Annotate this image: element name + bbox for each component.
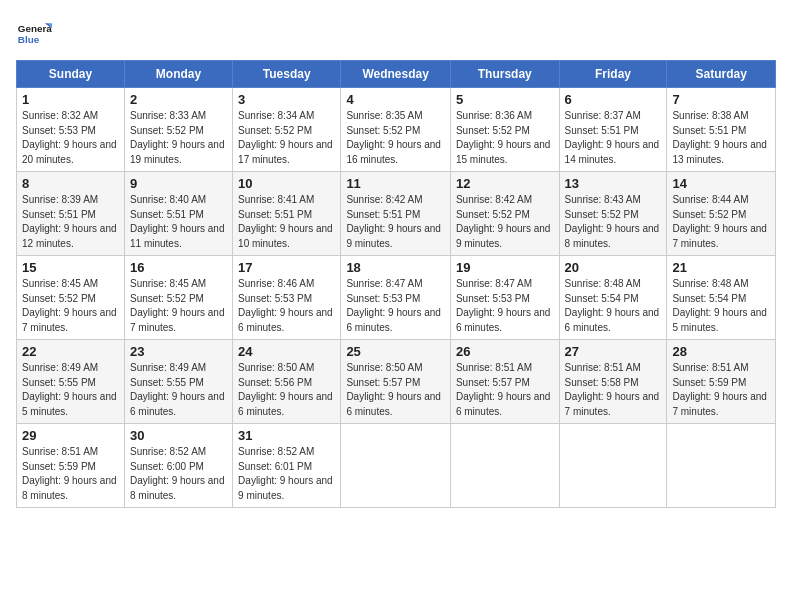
day-info: Sunrise: 8:43 AMSunset: 5:52 PMDaylight:… (565, 193, 662, 251)
calendar-day-20: 20Sunrise: 8:48 AMSunset: 5:54 PMDayligh… (559, 256, 667, 340)
calendar-header: SundayMondayTuesdayWednesdayThursdayFrid… (17, 61, 776, 88)
calendar-day-10: 10Sunrise: 8:41 AMSunset: 5:51 PMDayligh… (233, 172, 341, 256)
calendar-day-15: 15Sunrise: 8:45 AMSunset: 5:52 PMDayligh… (17, 256, 125, 340)
calendar-day-29: 29Sunrise: 8:51 AMSunset: 5:59 PMDayligh… (17, 424, 125, 508)
day-info: Sunrise: 8:48 AMSunset: 5:54 PMDaylight:… (672, 277, 770, 335)
calendar-week-5: 29Sunrise: 8:51 AMSunset: 5:59 PMDayligh… (17, 424, 776, 508)
day-number: 31 (238, 428, 335, 443)
calendar-day-30: 30Sunrise: 8:52 AMSunset: 6:00 PMDayligh… (124, 424, 232, 508)
calendar-day-18: 18Sunrise: 8:47 AMSunset: 5:53 PMDayligh… (341, 256, 451, 340)
day-number: 18 (346, 260, 445, 275)
header: General Blue (16, 16, 776, 52)
day-number: 22 (22, 344, 119, 359)
day-number: 20 (565, 260, 662, 275)
calendar-day-5: 5Sunrise: 8:36 AMSunset: 5:52 PMDaylight… (450, 88, 559, 172)
empty-cell (559, 424, 667, 508)
calendar-day-13: 13Sunrise: 8:43 AMSunset: 5:52 PMDayligh… (559, 172, 667, 256)
day-info: Sunrise: 8:37 AMSunset: 5:51 PMDaylight:… (565, 109, 662, 167)
day-info: Sunrise: 8:52 AMSunset: 6:01 PMDaylight:… (238, 445, 335, 503)
day-number: 16 (130, 260, 227, 275)
day-info: Sunrise: 8:47 AMSunset: 5:53 PMDaylight:… (346, 277, 445, 335)
day-number: 24 (238, 344, 335, 359)
day-number: 7 (672, 92, 770, 107)
calendar-day-1: 1Sunrise: 8:32 AMSunset: 5:53 PMDaylight… (17, 88, 125, 172)
day-number: 15 (22, 260, 119, 275)
day-number: 2 (130, 92, 227, 107)
day-number: 25 (346, 344, 445, 359)
day-number: 5 (456, 92, 554, 107)
calendar-day-17: 17Sunrise: 8:46 AMSunset: 5:53 PMDayligh… (233, 256, 341, 340)
day-number: 30 (130, 428, 227, 443)
calendar-day-2: 2Sunrise: 8:33 AMSunset: 5:52 PMDaylight… (124, 88, 232, 172)
day-number: 4 (346, 92, 445, 107)
day-info: Sunrise: 8:42 AMSunset: 5:52 PMDaylight:… (456, 193, 554, 251)
calendar-day-11: 11Sunrise: 8:42 AMSunset: 5:51 PMDayligh… (341, 172, 451, 256)
day-info: Sunrise: 8:51 AMSunset: 5:58 PMDaylight:… (565, 361, 662, 419)
day-info: Sunrise: 8:47 AMSunset: 5:53 PMDaylight:… (456, 277, 554, 335)
day-number: 3 (238, 92, 335, 107)
day-number: 10 (238, 176, 335, 191)
day-info: Sunrise: 8:49 AMSunset: 5:55 PMDaylight:… (22, 361, 119, 419)
day-number: 23 (130, 344, 227, 359)
day-info: Sunrise: 8:46 AMSunset: 5:53 PMDaylight:… (238, 277, 335, 335)
day-info: Sunrise: 8:36 AMSunset: 5:52 PMDaylight:… (456, 109, 554, 167)
calendar-day-25: 25Sunrise: 8:50 AMSunset: 5:57 PMDayligh… (341, 340, 451, 424)
day-info: Sunrise: 8:51 AMSunset: 5:59 PMDaylight:… (672, 361, 770, 419)
calendar-day-14: 14Sunrise: 8:44 AMSunset: 5:52 PMDayligh… (667, 172, 776, 256)
calendar-table: SundayMondayTuesdayWednesdayThursdayFrid… (16, 60, 776, 508)
day-number: 17 (238, 260, 335, 275)
weekday-header-tuesday: Tuesday (233, 61, 341, 88)
calendar-day-4: 4Sunrise: 8:35 AMSunset: 5:52 PMDaylight… (341, 88, 451, 172)
weekday-header-friday: Friday (559, 61, 667, 88)
empty-cell (667, 424, 776, 508)
empty-cell (450, 424, 559, 508)
calendar-day-23: 23Sunrise: 8:49 AMSunset: 5:55 PMDayligh… (124, 340, 232, 424)
day-info: Sunrise: 8:51 AMSunset: 5:59 PMDaylight:… (22, 445, 119, 503)
day-info: Sunrise: 8:42 AMSunset: 5:51 PMDaylight:… (346, 193, 445, 251)
calendar-day-24: 24Sunrise: 8:50 AMSunset: 5:56 PMDayligh… (233, 340, 341, 424)
calendar-week-2: 8Sunrise: 8:39 AMSunset: 5:51 PMDaylight… (17, 172, 776, 256)
day-info: Sunrise: 8:34 AMSunset: 5:52 PMDaylight:… (238, 109, 335, 167)
day-info: Sunrise: 8:44 AMSunset: 5:52 PMDaylight:… (672, 193, 770, 251)
day-number: 27 (565, 344, 662, 359)
day-number: 26 (456, 344, 554, 359)
calendar-day-3: 3Sunrise: 8:34 AMSunset: 5:52 PMDaylight… (233, 88, 341, 172)
logo-icon: General Blue (16, 16, 52, 52)
day-info: Sunrise: 8:52 AMSunset: 6:00 PMDaylight:… (130, 445, 227, 503)
calendar-day-31: 31Sunrise: 8:52 AMSunset: 6:01 PMDayligh… (233, 424, 341, 508)
calendar-day-16: 16Sunrise: 8:45 AMSunset: 5:52 PMDayligh… (124, 256, 232, 340)
weekday-header-thursday: Thursday (450, 61, 559, 88)
day-info: Sunrise: 8:40 AMSunset: 5:51 PMDaylight:… (130, 193, 227, 251)
weekday-header-saturday: Saturday (667, 61, 776, 88)
calendar-day-26: 26Sunrise: 8:51 AMSunset: 5:57 PMDayligh… (450, 340, 559, 424)
day-info: Sunrise: 8:33 AMSunset: 5:52 PMDaylight:… (130, 109, 227, 167)
weekday-header-wednesday: Wednesday (341, 61, 451, 88)
calendar-day-6: 6Sunrise: 8:37 AMSunset: 5:51 PMDaylight… (559, 88, 667, 172)
empty-cell (341, 424, 451, 508)
day-number: 13 (565, 176, 662, 191)
day-number: 9 (130, 176, 227, 191)
calendar-day-7: 7Sunrise: 8:38 AMSunset: 5:51 PMDaylight… (667, 88, 776, 172)
day-info: Sunrise: 8:32 AMSunset: 5:53 PMDaylight:… (22, 109, 119, 167)
calendar-day-8: 8Sunrise: 8:39 AMSunset: 5:51 PMDaylight… (17, 172, 125, 256)
day-number: 8 (22, 176, 119, 191)
day-info: Sunrise: 8:35 AMSunset: 5:52 PMDaylight:… (346, 109, 445, 167)
day-number: 11 (346, 176, 445, 191)
calendar-day-27: 27Sunrise: 8:51 AMSunset: 5:58 PMDayligh… (559, 340, 667, 424)
weekday-header-sunday: Sunday (17, 61, 125, 88)
day-number: 21 (672, 260, 770, 275)
weekday-header-monday: Monday (124, 61, 232, 88)
calendar-week-1: 1Sunrise: 8:32 AMSunset: 5:53 PMDaylight… (17, 88, 776, 172)
calendar-day-21: 21Sunrise: 8:48 AMSunset: 5:54 PMDayligh… (667, 256, 776, 340)
calendar-week-3: 15Sunrise: 8:45 AMSunset: 5:52 PMDayligh… (17, 256, 776, 340)
svg-text:Blue: Blue (18, 34, 40, 45)
day-info: Sunrise: 8:48 AMSunset: 5:54 PMDaylight:… (565, 277, 662, 335)
day-number: 28 (672, 344, 770, 359)
day-number: 12 (456, 176, 554, 191)
day-number: 14 (672, 176, 770, 191)
logo: General Blue (16, 16, 52, 52)
day-info: Sunrise: 8:41 AMSunset: 5:51 PMDaylight:… (238, 193, 335, 251)
calendar-day-28: 28Sunrise: 8:51 AMSunset: 5:59 PMDayligh… (667, 340, 776, 424)
svg-text:General: General (18, 23, 52, 34)
day-info: Sunrise: 8:39 AMSunset: 5:51 PMDaylight:… (22, 193, 119, 251)
